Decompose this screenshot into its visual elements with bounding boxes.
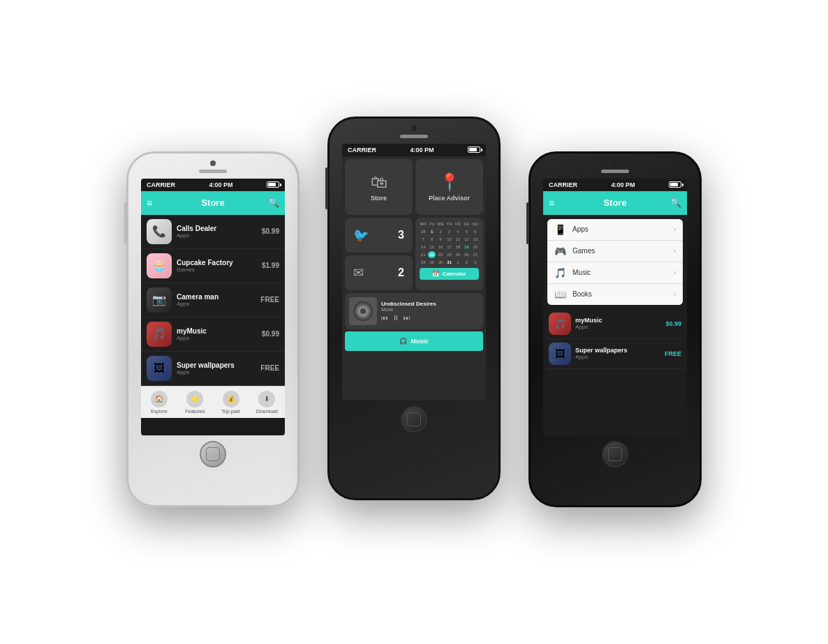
tab-icon-featured-white: ⭐ xyxy=(186,391,203,407)
cal-row-1: 28 1 2 3 4 5 6 xyxy=(420,228,479,235)
tab-explore-white[interactable]: 🏠 Explore xyxy=(141,387,177,418)
header-white: ≡ Store 🔍 xyxy=(141,191,285,215)
prev-button[interactable]: ⏮ xyxy=(381,314,388,322)
next-button[interactable]: ⏭ xyxy=(404,314,411,322)
camera-center xyxy=(411,126,417,131)
cat-item-music[interactable]: 🎵 Music › xyxy=(547,262,683,284)
app-item-camera[interactable]: 📷 Camera man Apps FREE xyxy=(141,283,285,317)
cat-arrow-books: › xyxy=(674,290,676,298)
cal-row-4: 21 22 23 24 25 26 27 xyxy=(420,251,479,258)
app-info-calls: Calls Dealer Apps xyxy=(177,225,257,239)
app-info-camera: Camera man Apps xyxy=(177,293,256,307)
phone-center: CARRIER 4:00 PM 🛍 Store 📍 Place Advisor xyxy=(327,117,501,500)
cat-label-apps: Apps xyxy=(572,225,668,233)
cat-list: 📱 Apps › 🎮 Games › 🎵 Music › xyxy=(547,219,683,305)
app-price-cupcake: $1.99 xyxy=(262,262,279,269)
tab-icon-explore-white: 🏠 xyxy=(151,391,168,407)
speaker-white xyxy=(199,170,227,173)
speaker-center xyxy=(400,135,428,138)
cat-icon-games: 🎮 xyxy=(554,246,567,257)
app-info-wallpaper: Super wallpapers Apps xyxy=(177,361,256,375)
headphone-icon: 🎧 xyxy=(399,338,407,345)
tab-featured-white[interactable]: ⭐ Featured xyxy=(177,387,214,418)
home-btn-right[interactable] xyxy=(602,441,628,467)
app-info-right-music: myMusic Apps xyxy=(575,317,661,330)
search-icon-white[interactable]: 🔍 xyxy=(268,197,279,208)
cat-item-games[interactable]: 🎮 Games › xyxy=(547,241,683,262)
cal-header: MO TU WE TH FR SA SU xyxy=(420,222,479,226)
app-price-music: $0.99 xyxy=(262,330,279,338)
widget-grid-middle: 🐦 3 ✉ 2 MO TU WE xyxy=(342,218,486,293)
music-bottom-label: Music xyxy=(411,338,429,345)
widget-col-left: 🐦 3 ✉ 2 xyxy=(345,218,413,290)
app-price-wallpaper: FREE xyxy=(260,364,279,372)
camera-white xyxy=(210,160,216,166)
calendar-label: Calendar xyxy=(442,271,466,277)
app-cat-calls: Apps xyxy=(177,232,257,239)
app-icon-calls: 📞 xyxy=(147,219,172,244)
scene: CARRIER 4:00 PM ≡ Store 🔍 📞 Calls Dealer… xyxy=(0,0,828,644)
app-price-right-music: $0.99 xyxy=(665,320,681,327)
widget-store[interactable]: 🛍 Store xyxy=(345,159,413,215)
app-item-music[interactable]: 🎵 myMusic Apps $0.99 xyxy=(141,317,285,352)
place-label: Place Advisor xyxy=(429,195,470,202)
cat-item-books[interactable]: 📖 Books › xyxy=(547,284,683,305)
app-price-right-wallpaper: FREE xyxy=(665,350,681,357)
app-item-right-wallpaper[interactable]: 🖼 Super wallpapers Apps FREE xyxy=(546,339,684,369)
widget-twitter[interactable]: 🐦 3 xyxy=(345,218,413,253)
home-btn-white[interactable] xyxy=(200,441,226,467)
speaker-right xyxy=(601,170,629,173)
app-info-right-wallpaper: Super wallpapers Apps xyxy=(575,347,660,360)
cat-arrow-games: › xyxy=(674,247,676,255)
time-center: 4:00 PM xyxy=(411,147,434,153)
app-name-music: myMusic xyxy=(177,327,257,335)
app-name-right-wallpaper: Super wallpapers xyxy=(575,347,660,354)
widget-place-advisor[interactable]: 📍 Place Advisor xyxy=(415,159,483,215)
tab-toppaid-white[interactable]: 💰 Top paid xyxy=(213,387,249,418)
twitter-count: 3 xyxy=(398,229,404,241)
app-item-cupcake[interactable]: 🧁 Cupcake Factory Games $1.99 xyxy=(141,249,285,283)
tab-download-white[interactable]: ⬇ Download xyxy=(249,387,286,418)
app-item-right-music[interactable]: 🎵 myMusic Apps $0.99 xyxy=(546,309,684,339)
screen-right: CARRIER 4:00 PM ≡ Store 🔍 📱 Apps › xyxy=(543,179,687,435)
cat-item-apps[interactable]: 📱 Apps › xyxy=(547,219,683,241)
app-item-calls[interactable]: 📞 Calls Dealer Apps $0.99 xyxy=(141,215,285,249)
album-circle xyxy=(353,301,373,321)
status-bar-center: CARRIER 4:00 PM xyxy=(342,144,486,156)
mail-count: 2 xyxy=(398,267,404,279)
place-icon: 📍 xyxy=(439,172,460,192)
phone-right: CARRIER 4:00 PM ≡ Store 🔍 📱 Apps › xyxy=(528,151,702,507)
app-name-right-music: myMusic xyxy=(575,317,661,324)
cat-icon-books: 📖 xyxy=(554,289,567,300)
calendar-button[interactable]: 📅 Calendar xyxy=(420,268,479,280)
app-list-right: 🎵 myMusic Apps $0.99 🖼 Super wallpapers … xyxy=(543,309,687,435)
cal-row-5: 28 29 30 31 1 2 3 xyxy=(420,259,479,266)
category-screen: 📱 Apps › 🎮 Games › 🎵 Music › xyxy=(543,215,687,435)
app-name-cupcake: Cupcake Factory xyxy=(177,259,257,267)
app-name-wallpaper: Super wallpapers xyxy=(177,361,256,369)
app-icon-right-wallpaper: 🖼 xyxy=(549,343,571,365)
store-icon: 🛍 xyxy=(371,172,387,192)
pause-button[interactable]: ⏸ xyxy=(392,314,399,322)
menu-icon-white[interactable]: ≡ xyxy=(147,197,152,209)
app-cat-right-music: Apps xyxy=(575,324,661,330)
cal-row-3: 14 15 16 17 18 19 20 xyxy=(420,244,479,250)
carrier-right: CARRIER xyxy=(549,181,577,188)
widget-mail[interactable]: ✉ 2 xyxy=(345,255,413,290)
carrier-white: CARRIER xyxy=(147,181,175,188)
widget-calendar[interactable]: MO TU WE TH FR SA SU 28 1 2 3 xyxy=(415,218,483,290)
app-cat-right-wallpaper: Apps xyxy=(575,354,660,360)
menu-icon-right[interactable]: ≡ xyxy=(549,197,554,209)
tab-icon-download-white: ⬇ xyxy=(258,391,275,407)
music-info: Undisclosed Desires Muse ⏮ ⏸ ⏭ xyxy=(381,301,479,322)
music-bottom-bar[interactable]: 🎧 Music xyxy=(345,331,483,351)
music-controls: ⏮ ⏸ ⏭ xyxy=(381,314,479,322)
app-name-calls: Calls Dealer xyxy=(177,225,257,232)
widget-music-player: Undisclosed Desires Muse ⏮ ⏸ ⏭ xyxy=(345,293,483,329)
app-item-wallpaper[interactable]: 🖼 Super wallpapers Apps FREE xyxy=(141,352,285,386)
app-icon-wallpaper: 🖼 xyxy=(147,356,172,381)
app-price-calls: $0.99 xyxy=(262,227,279,235)
search-icon-right[interactable]: 🔍 xyxy=(670,197,681,208)
home-btn-center[interactable] xyxy=(401,406,427,433)
app-cat-music: Apps xyxy=(177,335,257,341)
